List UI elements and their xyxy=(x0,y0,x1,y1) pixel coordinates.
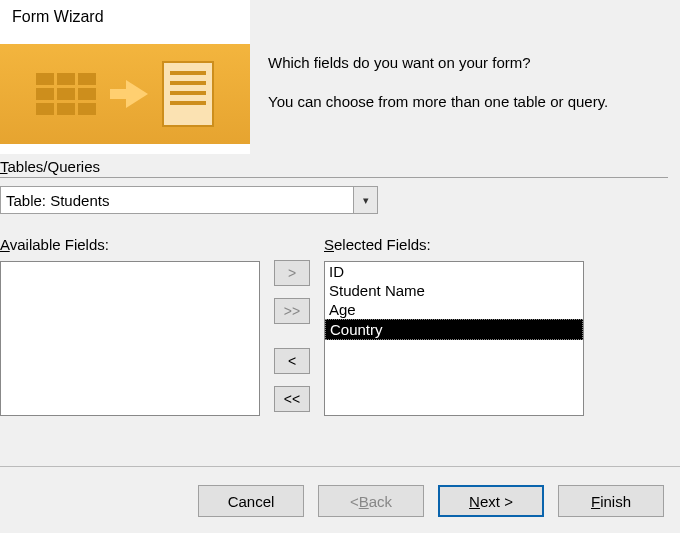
combo-dropdown-button[interactable]: ▾ xyxy=(353,187,377,213)
list-item[interactable]: Student Name xyxy=(325,281,583,300)
footer-divider xyxy=(0,466,680,467)
wizard-illustration xyxy=(0,44,250,144)
next-button[interactable]: Next > xyxy=(438,485,544,517)
tables-queries-value: Table: Students xyxy=(1,192,109,209)
list-item[interactable]: ID xyxy=(325,262,583,281)
arrow-icon xyxy=(110,80,148,108)
cancel-button[interactable]: Cancel xyxy=(198,485,304,517)
finish-button[interactable]: Finish xyxy=(558,485,664,517)
prompt-text: Which fields do you want on your form? Y… xyxy=(268,44,608,130)
list-item[interactable]: Age xyxy=(325,300,583,319)
chevron-down-icon: ▾ xyxy=(363,194,369,207)
add-one-button[interactable]: > xyxy=(274,260,310,286)
remove-all-button[interactable]: << xyxy=(274,386,310,412)
available-fields-listbox[interactable] xyxy=(0,261,260,416)
form-icon xyxy=(162,61,214,127)
remove-one-button[interactable]: < xyxy=(274,348,310,374)
table-icon xyxy=(36,73,96,115)
available-fields-label: Available Fields: xyxy=(0,236,260,253)
add-all-button[interactable]: >> xyxy=(274,298,310,324)
list-item[interactable]: Country xyxy=(325,319,583,340)
selected-fields-label: Selected Fields: xyxy=(324,236,584,253)
prompt-line-2: You can choose from more than one table … xyxy=(268,91,608,112)
prompt-line-1: Which fields do you want on your form? xyxy=(268,52,608,73)
back-button[interactable]: < Back xyxy=(318,485,424,517)
tables-queries-combo[interactable]: Table: Students ▾ xyxy=(0,186,378,214)
selected-fields-listbox[interactable]: IDStudent NameAgeCountry xyxy=(324,261,584,416)
dialog-title: Form Wizard xyxy=(0,0,680,44)
tables-queries-label: Tables/Queries xyxy=(0,158,668,178)
